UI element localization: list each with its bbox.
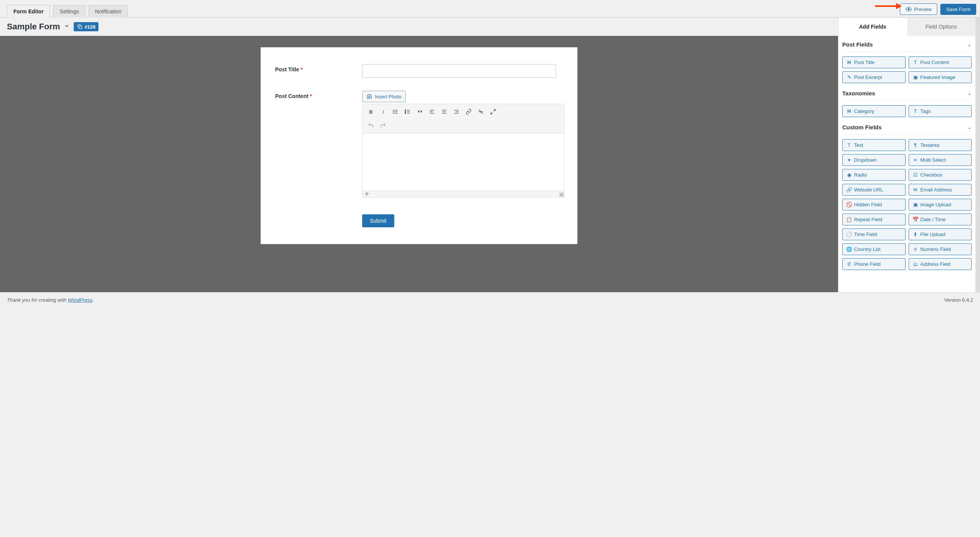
field-btn-numeric-field[interactable]: #Numeric Field [909, 243, 972, 255]
main-tabs: Form Editor Settings Notification [7, 5, 128, 18]
upload-icon: ⬆ [913, 232, 918, 237]
undo-icon [368, 122, 374, 129]
clock-icon: 🕒 [846, 232, 852, 237]
list-ul-icon [392, 109, 398, 115]
chevron-down-icon: ⌄ [967, 90, 972, 96]
field-btn-address-field[interactable]: 🗂Address Field [909, 258, 972, 270]
rich-text-editor: B I 123 [362, 104, 564, 198]
svg-point-2 [908, 8, 909, 10]
link-button[interactable] [463, 106, 474, 117]
submit-button[interactable]: Submit [362, 214, 394, 227]
fields-panel: Add Fields Field Options Post Fields ⌄ H… [838, 18, 980, 292]
panel-tab-field-options[interactable]: Field Options [907, 18, 976, 36]
numbered-list-button[interactable]: 123 [402, 106, 413, 117]
list-icon: ≡ [913, 157, 918, 163]
panel-tab-add-fields[interactable]: Add Fields [838, 18, 907, 36]
italic-button[interactable]: I [378, 106, 388, 117]
post-content-label: Post Content * [275, 91, 362, 99]
field-btn-country-list[interactable]: 🌐Country List [842, 243, 906, 255]
bullet-list-button[interactable] [390, 106, 401, 117]
heading-icon: H [846, 59, 852, 65]
bold-button[interactable]: B [366, 106, 376, 117]
field-btn-file-upload[interactable]: ⬆File Upload [909, 228, 972, 240]
expand-icon [490, 109, 496, 115]
envelope-icon: ✉ [913, 187, 918, 193]
form-preview-card: Post Title * Post Content * Insert Photo [261, 47, 577, 244]
align-center-button[interactable] [439, 106, 450, 117]
redo-button[interactable] [378, 120, 388, 131]
form-title-chevron[interactable] [64, 23, 70, 31]
tab-settings[interactable]: Settings [53, 5, 85, 18]
field-btn-radio[interactable]: ◉Radio [842, 169, 906, 181]
group-post-fields: Post Fields ⌄ HPost Title TPost Content … [842, 36, 972, 85]
field-btn-multi-select[interactable]: ≡Multi Select [909, 154, 972, 166]
globe-icon: 🌐 [846, 246, 852, 252]
align-left-button[interactable] [427, 106, 437, 117]
editor-resize-handle[interactable] [559, 193, 563, 196]
group-header-taxonomies[interactable]: Taxonomies ⌄ [842, 85, 972, 101]
svg-text:3: 3 [405, 112, 406, 114]
eye-slash-icon: 🚫 [846, 202, 852, 207]
field-btn-hidden-field[interactable]: 🚫Hidden Field [842, 199, 906, 211]
fullscreen-button[interactable] [488, 106, 498, 117]
image-icon: ▣ [913, 202, 918, 207]
save-form-button[interactable]: Save Form [940, 4, 976, 15]
align-center-icon [441, 109, 447, 115]
preview-button[interactable]: Preview [900, 3, 937, 15]
text-icon: T [913, 59, 918, 65]
editor-toolbar: B I 123 [363, 104, 564, 133]
tab-form-editor[interactable]: Form Editor [7, 5, 50, 18]
unlink-button[interactable] [475, 106, 486, 117]
topbar: Form Editor Settings Notification Previe… [0, 0, 980, 18]
align-left-icon [429, 109, 435, 115]
field-btn-website-url[interactable]: 🔗Website URL [842, 184, 906, 196]
undo-button[interactable] [366, 120, 376, 131]
chevron-down-icon [64, 23, 70, 29]
footer: Thank you for creating with WordPress. V… [0, 292, 980, 307]
svg-line-27 [493, 109, 495, 111]
version-text: Version 6.4.2 [944, 297, 973, 303]
field-btn-post-excerpt[interactable]: ✎Post Excerpt [842, 71, 906, 83]
svg-point-8 [393, 110, 393, 110]
blockquote-button[interactable] [414, 106, 425, 117]
field-btn-post-title[interactable]: HPost Title [842, 56, 906, 68]
field-btn-category[interactable]: HCategory [842, 105, 906, 117]
phone-icon: ✆ [846, 261, 852, 267]
align-right-button[interactable] [451, 106, 462, 117]
field-btn-textarea[interactable]: ¶Textarea [909, 139, 972, 151]
copy-icon [77, 24, 83, 30]
field-btn-checkbox[interactable]: ☑Checkbox [909, 169, 972, 181]
field-btn-text[interactable]: TText [842, 139, 906, 151]
quote-icon [417, 109, 423, 115]
svg-point-9 [393, 111, 393, 112]
field-btn-email-address[interactable]: ✉Email Address [909, 184, 972, 196]
field-btn-date-time[interactable]: 📅Date / Time [909, 214, 972, 225]
heading-icon: H [846, 108, 852, 114]
chevron-down-icon: ⌄ [967, 42, 972, 47]
radio-icon: ◉ [846, 172, 852, 178]
field-btn-dropdown[interactable]: ▾Dropdown [842, 154, 906, 166]
tab-notification[interactable]: Notification [89, 5, 128, 18]
post-title-label: Post Title * [275, 64, 362, 72]
field-btn-featured-image[interactable]: ▣Featured Image [909, 71, 972, 83]
field-post-content: Post Content * Insert Photo B I [275, 91, 556, 198]
group-taxonomies: Taxonomies ⌄ HCategory TTags [842, 85, 972, 119]
field-btn-time-field[interactable]: 🕒Time Field [842, 228, 906, 240]
field-btn-phone-field[interactable]: ✆Phone Field [842, 258, 906, 270]
insert-photo-button[interactable]: Insert Photo [362, 91, 406, 102]
group-header-post-fields[interactable]: Post Fields ⌄ [842, 36, 972, 52]
post-title-input[interactable] [362, 64, 556, 78]
field-btn-post-content[interactable]: TPost Content [909, 56, 972, 68]
link-icon: 🔗 [846, 187, 852, 193]
wordpress-link[interactable]: WordPress [68, 297, 92, 303]
field-btn-repeat-field[interactable]: 📋Repeat Field [842, 214, 906, 225]
group-header-custom-fields[interactable]: Custom Fields ⌄ [842, 119, 972, 135]
form-id-badge[interactable]: #128 [74, 22, 98, 31]
redo-icon [380, 122, 386, 129]
text-icon: T [913, 108, 918, 114]
caret-down-icon: ▾ [846, 157, 852, 163]
svg-point-4 [369, 96, 370, 98]
field-btn-image-upload[interactable]: ▣Image Upload [909, 199, 972, 211]
editor-content-area[interactable] [363, 133, 564, 191]
field-btn-tags[interactable]: TTags [909, 105, 972, 117]
